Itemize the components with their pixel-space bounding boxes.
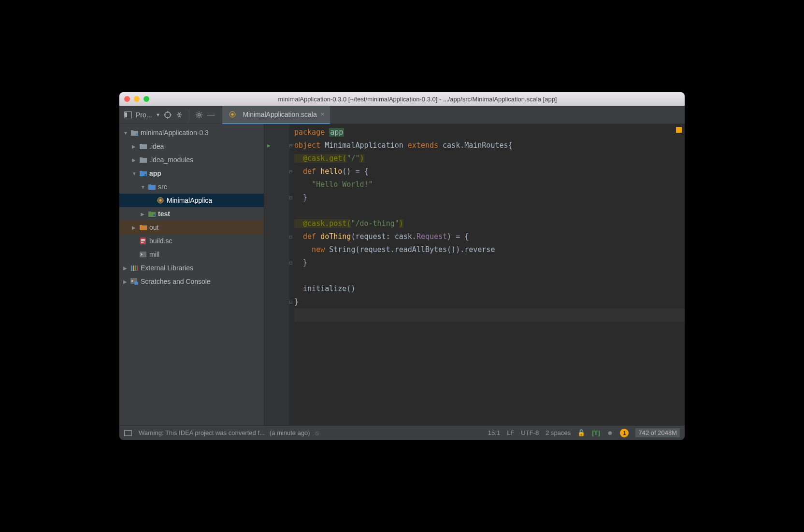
code-content[interactable]: package app object MinimalApplication ex…	[289, 124, 685, 425]
tree-file-selected[interactable]: MinimalApplica	[119, 194, 264, 207]
tab-label: MinimalApplication.scala	[243, 111, 316, 118]
svg-rect-32	[137, 266, 138, 271]
gear-icon[interactable]	[195, 111, 203, 119]
tree-buildsc[interactable]: build.sc	[119, 234, 264, 248]
maximize-window-button[interactable]	[144, 96, 149, 102]
test-folder-icon	[147, 210, 156, 218]
close-window-button[interactable]	[124, 96, 130, 102]
svg-rect-26	[141, 240, 145, 241]
collapse-icon[interactable]	[175, 111, 183, 119]
hide-icon[interactable]: —	[207, 111, 215, 119]
tree-idea[interactable]: ▶ .idea	[119, 140, 264, 153]
folder-icon	[139, 156, 147, 164]
editor-area: ▶⊟ ⊟ ⊡ ⊟ ⊡ ⊡ package app object MinimalA…	[264, 124, 685, 425]
script-icon	[139, 251, 147, 258]
lock-icon[interactable]: 🔓	[577, 429, 585, 436]
panel-icon	[124, 111, 132, 119]
svg-line-13	[197, 112, 198, 113]
libraries-icon	[130, 264, 139, 272]
close-tab-icon[interactable]: ×	[321, 111, 325, 118]
project-tool-label: Pro...	[136, 111, 152, 119]
svg-rect-23	[153, 214, 155, 216]
svg-rect-1	[125, 112, 127, 117]
svg-rect-25	[141, 239, 145, 240]
tree-root[interactable]: ▼ minimalApplication-0.3	[119, 126, 264, 140]
code-editor[interactable]: ▶⊟ ⊟ ⊡ ⊟ ⊡ ⊡ package app object MinimalA…	[264, 124, 685, 425]
tree-app[interactable]: ▼ app	[119, 167, 264, 180]
status-time: (a minute ago)	[270, 429, 310, 436]
window-title: minimalApplication-0.3.0 [~/test/minimal…	[155, 96, 680, 103]
svg-line-15	[197, 116, 198, 117]
notifications-badge[interactable]: 1	[620, 429, 629, 437]
source-folder-icon	[147, 183, 156, 191]
tab-minimal-application[interactable]: MinimalApplication.scala ×	[222, 106, 330, 124]
inspector-icon[interactable]: ☻	[607, 429, 614, 436]
dropdown-icon: ▼	[156, 112, 160, 117]
memory-indicator[interactable]: 742 of 2048M	[635, 428, 680, 437]
traffic-lights	[124, 96, 149, 102]
scratches-icon	[130, 278, 139, 285]
cursor-position[interactable]: 15:1	[488, 429, 500, 436]
svg-line-16	[201, 112, 202, 113]
svg-rect-20	[144, 174, 146, 176]
svg-point-22	[159, 199, 162, 202]
scala-file-icon	[228, 111, 237, 118]
check-icon: ⦸	[315, 429, 319, 437]
tree-test[interactable]: ▶ test	[119, 207, 264, 221]
folder-icon	[130, 129, 139, 137]
toolbar: Pro... ▼ — MinimalApplication.scala ×	[119, 106, 685, 124]
fold-icon[interactable]: ⊟	[289, 230, 292, 243]
file-encoding[interactable]: UTF-8	[521, 429, 539, 436]
status-message: Warning: This IDEA project was converted…	[139, 429, 265, 436]
editor-tabs: MinimalApplication.scala ×	[222, 106, 330, 124]
main-body: ▼ minimalApplication-0.3 ▶ .idea ▶ .idea…	[119, 124, 685, 425]
svg-line-14	[201, 116, 202, 117]
tree-src[interactable]: ▼ src	[119, 180, 264, 194]
minimize-window-button[interactable]	[134, 96, 140, 102]
typer-indicator[interactable]: [T]	[592, 429, 600, 436]
fold-end-icon[interactable]: ⊡	[289, 256, 292, 269]
svg-rect-27	[141, 242, 144, 243]
target-icon[interactable]	[164, 111, 172, 119]
fold-icon[interactable]: ⊟	[289, 139, 292, 152]
tree-scratches[interactable]: ▶ Scratches and Console	[119, 275, 264, 288]
fold-icon[interactable]: ⊟	[289, 165, 292, 178]
project-tool-header[interactable]: Pro... ▼ —	[119, 110, 219, 120]
svg-rect-30	[133, 266, 134, 271]
svg-rect-19	[136, 133, 138, 135]
module-folder-icon	[139, 169, 147, 177]
svg-rect-31	[135, 266, 136, 271]
indent-setting[interactable]: 2 spaces	[546, 429, 571, 436]
fold-end-icon[interactable]: ⊡	[289, 191, 292, 204]
statusbar: Warning: This IDEA project was converted…	[119, 425, 685, 440]
svg-point-8	[198, 113, 201, 116]
separator	[189, 110, 189, 120]
file-icon	[139, 237, 147, 245]
svg-point-18	[231, 113, 234, 115]
ide-window: minimalApplication-0.3.0 [~/test/minimal…	[119, 92, 685, 440]
tree-mill[interactable]: mill	[119, 248, 264, 261]
project-tree[interactable]: ▼ minimalApplication-0.3 ▶ .idea ▶ .idea…	[119, 124, 264, 425]
run-gutter-icon[interactable]: ▶	[267, 139, 271, 152]
titlebar: minimalApplication-0.3.0 [~/test/minimal…	[119, 92, 685, 106]
excluded-folder-icon	[139, 224, 147, 231]
tree-external-libraries[interactable]: ▶ External Libraries	[119, 261, 264, 275]
gutter[interactable]: ▶⊟ ⊟ ⊡ ⊟ ⊡ ⊡	[264, 124, 289, 425]
tool-window-icon[interactable]	[124, 430, 132, 436]
scala-file-icon	[156, 196, 165, 204]
inspection-marker[interactable]	[676, 127, 682, 133]
line-separator[interactable]: LF	[507, 429, 514, 436]
svg-rect-28	[140, 252, 146, 257]
tree-idea-modules[interactable]: ▶ .idea_modules	[119, 153, 264, 167]
tree-out[interactable]: ▶ out	[119, 221, 264, 234]
svg-rect-29	[131, 266, 132, 271]
folder-icon	[139, 142, 147, 150]
fold-end-icon[interactable]: ⊡	[289, 295, 292, 308]
